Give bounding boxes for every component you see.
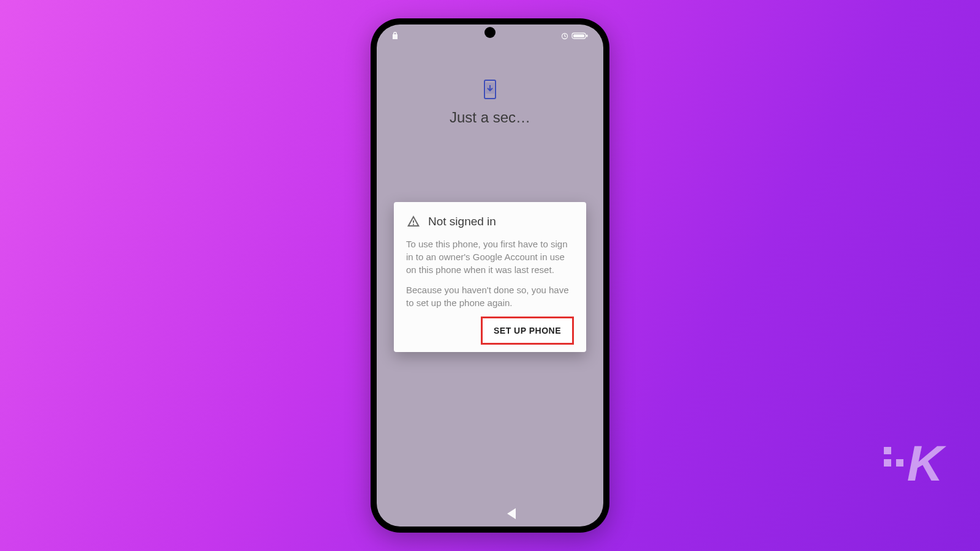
set-up-phone-button[interactable]: SET UP PHONE xyxy=(481,317,574,345)
watermark-dots-icon xyxy=(884,447,903,467)
page-title: Just a sec… xyxy=(450,109,530,126)
dialog-paragraph-2: Because you haven't done so, you have to… xyxy=(406,283,574,309)
warning-icon xyxy=(406,214,421,229)
alarm-icon xyxy=(560,31,569,40)
not-signed-in-dialog: Not signed in To use this phone, you fir… xyxy=(394,202,586,352)
battery-icon xyxy=(571,31,589,40)
svg-rect-8 xyxy=(413,224,414,225)
status-left xyxy=(391,31,399,40)
dialog-body: To use this phone, you first have to sig… xyxy=(406,238,574,309)
navigation-bar xyxy=(377,508,603,519)
back-nav-icon[interactable] xyxy=(507,508,516,519)
lock-icon xyxy=(391,31,399,40)
dialog-title: Not signed in xyxy=(428,215,496,228)
phone-download-icon xyxy=(483,80,497,99)
dialog-actions: SET UP PHONE xyxy=(406,317,574,345)
svg-rect-3 xyxy=(573,34,584,37)
svg-rect-2 xyxy=(586,35,588,37)
watermark-logo: K xyxy=(884,443,943,484)
phone-screen: Just a sec… Not signed in To use this ph… xyxy=(377,24,603,527)
status-right xyxy=(560,31,589,40)
camera-notch xyxy=(484,27,496,38)
dialog-header: Not signed in xyxy=(406,214,574,229)
header-area: Just a sec… xyxy=(377,80,603,126)
watermark-letter: K xyxy=(907,443,943,484)
svg-rect-7 xyxy=(413,220,414,223)
dialog-paragraph-1: To use this phone, you first have to sig… xyxy=(406,238,574,276)
phone-frame: Just a sec… Not signed in To use this ph… xyxy=(371,18,609,533)
